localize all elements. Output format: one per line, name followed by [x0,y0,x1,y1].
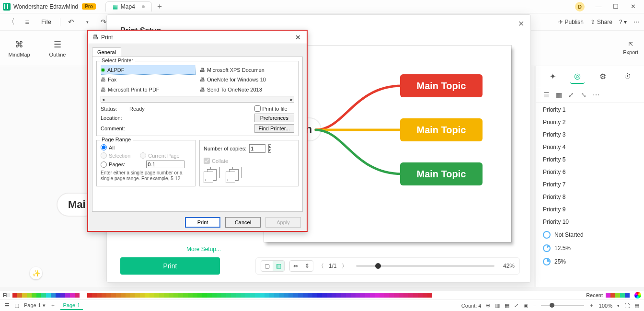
preview-next-page[interactable]: 〉 [342,262,347,270]
print-button[interactable]: Print [185,217,220,228]
swatch[interactable] [269,293,274,298]
undo-button[interactable]: ↶ [65,16,78,28]
sb-grid-icon[interactable]: ▦ [505,302,509,309]
priority-item[interactable]: Priority 7 [543,181,637,188]
swatch[interactable] [384,293,389,298]
swatch[interactable] [399,293,403,298]
panel-toggle-icon[interactable]: ▤ [634,302,639,309]
swatch[interactable] [413,293,418,298]
range-current[interactable]: Current Page [140,152,179,159]
swatch[interactable] [221,293,226,298]
swatch[interactable] [298,293,303,298]
more-button[interactable]: ⋯ [633,19,639,25]
marks-tab-history[interactable]: ⏱ [621,69,635,84]
print-setup-print-button[interactable]: Print [120,257,220,275]
printer-item[interactable]: 🖶OneNote for Windows 10 [200,75,294,84]
priority-item[interactable]: Priority 9 [543,206,637,213]
page-tab[interactable]: Page-1 [60,301,83,310]
swatch[interactable] [121,293,126,298]
sb-icon[interactable]: ☰ [5,302,10,309]
slider-knob[interactable] [375,263,381,269]
swatch[interactable] [327,293,332,298]
swatch[interactable] [231,293,236,298]
preview-zoom-slider[interactable] [356,265,494,267]
swatch[interactable] [264,293,269,298]
new-tab-button[interactable]: ＋ [155,2,164,12]
print-to-file-checkbox[interactable] [254,105,261,112]
preview-prev-page[interactable]: 〈 [318,262,324,270]
marks-tab-settings[interactable]: ⚙ [596,69,610,84]
swatch[interactable] [365,293,370,298]
swatch[interactable] [173,293,178,298]
swatch[interactable] [56,293,60,298]
swatch[interactable] [140,293,145,298]
find-printer-button[interactable]: Find Printer... [254,124,294,133]
copies-input[interactable] [249,144,265,153]
swatch[interactable] [17,293,22,298]
swatch[interactable] [135,293,140,298]
swatch[interactable] [36,293,41,298]
assistant-bubble[interactable]: ✨ [30,267,42,279]
undo-dropdown[interactable]: ▾ [81,16,94,28]
swatch[interactable] [193,293,197,298]
printer-item[interactable]: 🖶Send To OneNote 2013 [200,85,294,94]
swatch[interactable] [126,293,130,298]
swatch[interactable] [241,293,245,298]
swatch[interactable] [150,293,154,298]
file-menu[interactable]: File [37,16,55,27]
swatch[interactable] [312,293,317,298]
doc-tab[interactable]: ▦ Map4 [105,1,152,12]
zoom-slider[interactable] [541,305,584,306]
preview-fit-width[interactable]: ⇔ [290,261,301,271]
priority-item[interactable]: Priority 10 [543,219,637,225]
marks-tab-ai[interactable]: ✦ [545,69,560,84]
swatch[interactable] [322,293,327,298]
preview-fit-height[interactable]: ⇕ [301,261,313,271]
swatch[interactable] [106,293,111,298]
swatch[interactable] [92,293,97,298]
sb-icon[interactable]: ▢ [14,302,19,309]
swatch[interactable] [610,293,615,298]
swatch[interactable] [145,293,150,298]
swatch[interactable] [212,293,217,298]
swatch[interactable] [116,293,121,298]
swatch[interactable] [418,293,423,298]
fullscreen-icon[interactable]: ⛶ [624,303,630,309]
swatch[interactable] [178,293,183,298]
swatch[interactable] [250,293,255,298]
swatch[interactable] [130,293,135,298]
print-setup-close[interactable]: ✕ [516,19,526,28]
swatch[interactable] [51,293,56,298]
list-view-icon[interactable]: ☰ [541,90,552,100]
range-all[interactable]: All [101,144,191,150]
swatch[interactable] [303,293,308,298]
print-tab-general[interactable]: General [92,47,121,57]
preview-facing-page[interactable]: ▥ [273,261,284,271]
color-wheel-icon[interactable] [634,292,641,299]
sb-layers-icon[interactable]: ▥ [495,302,500,309]
swatch[interactable] [625,293,630,298]
swatch[interactable] [274,293,279,298]
zoom-in-button[interactable]: ＋ [589,302,594,309]
swatch[interactable] [356,293,360,298]
swatch[interactable] [620,293,625,298]
priority-item[interactable]: Priority 6 [543,169,637,175]
swatch[interactable] [308,293,312,298]
back-button[interactable]: 〈 [5,16,17,28]
swatch[interactable] [375,293,380,298]
printer-item[interactable]: 🖶Fax [101,75,195,84]
swatch[interactable] [70,293,75,298]
sb-globe-icon[interactable]: ⊕ [486,302,490,309]
page-select[interactable]: Page-1 ▾ [24,302,46,309]
swatch[interactable] [207,293,212,298]
priority-item[interactable]: Priority 8 [543,194,637,200]
swatch[interactable] [41,293,46,298]
swatch[interactable] [102,293,106,298]
swatch[interactable] [284,293,288,298]
print-dialog-close[interactable]: ✕ [293,33,303,42]
printer-item[interactable]: 🖶Microsoft XPS Documen [200,65,294,74]
swatch[interactable] [217,293,221,298]
priority-item[interactable]: Priority 2 [543,119,637,126]
swatch[interactable] [75,293,80,298]
swatch[interactable] [427,293,432,298]
